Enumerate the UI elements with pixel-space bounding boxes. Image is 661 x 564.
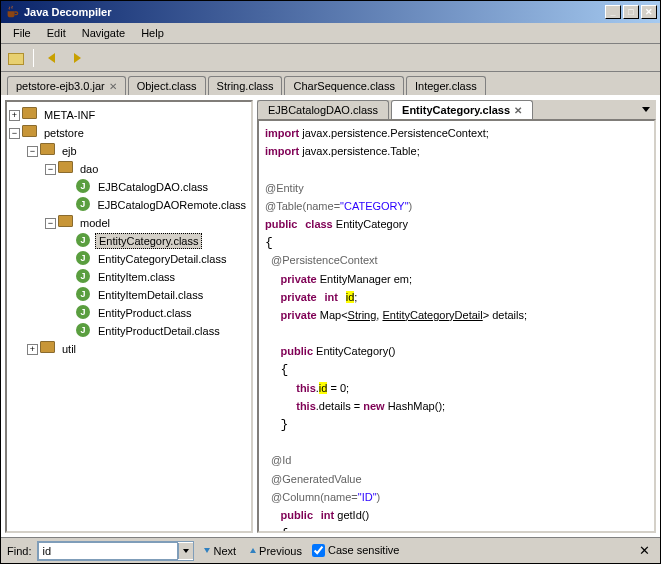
class-icon: J: [76, 287, 92, 303]
menu-help[interactable]: Help: [133, 25, 172, 41]
tree-item-dao[interactable]: −dao: [9, 160, 249, 178]
tree-label: EntityProductDetail.class: [95, 324, 223, 338]
class-icon: J: [76, 233, 92, 249]
code-tab-entitycategory[interactable]: EntityCategory.class✕: [391, 100, 533, 119]
class-icon: J: [76, 305, 92, 321]
findbar: Find: Next Previous Case sensitive ✕: [1, 537, 660, 563]
tree-label: EJBCatalogDAO.class: [95, 180, 211, 194]
tree-item-class[interactable]: JEJBCatalogDAORemote.class: [9, 196, 249, 214]
menu-file[interactable]: File: [5, 25, 39, 41]
class-icon: J: [76, 269, 92, 285]
tab-label: EntityCategory.class: [402, 104, 510, 116]
package-icon: [40, 143, 56, 159]
tree-item-class[interactable]: JEJBCatalogDAO.class: [9, 178, 249, 196]
main-content: +META-INF −petstore −ejb −dao JEJBCatalo…: [1, 95, 660, 537]
tree-label: EntityItemDetail.class: [95, 288, 206, 302]
find-input[interactable]: [38, 542, 178, 560]
tree-label: EntityCategoryDetail.class: [95, 252, 229, 266]
tree-item-class[interactable]: JEntityItemDetail.class: [9, 286, 249, 304]
tree-panel[interactable]: +META-INF −petstore −ejb −dao JEJBCatalo…: [5, 100, 253, 533]
maximize-button[interactable]: □: [623, 5, 639, 19]
arrow-up-icon: [250, 548, 256, 553]
source-code[interactable]: import javax.persistence.PersistenceCont…: [257, 119, 656, 533]
package-icon: [40, 341, 56, 357]
find-previous-label: Previous: [259, 545, 302, 557]
collapse-icon[interactable]: −: [9, 128, 20, 139]
tree-item-class[interactable]: JEntityItem.class: [9, 268, 249, 286]
tree-item-class[interactable]: JEntityProduct.class: [9, 304, 249, 322]
close-button[interactable]: ✕: [641, 5, 657, 19]
tree-item-class[interactable]: JEntityProductDetail.class: [9, 322, 249, 340]
menu-edit[interactable]: Edit: [39, 25, 74, 41]
expand-icon[interactable]: +: [9, 110, 20, 121]
toolbar-separator: [33, 49, 34, 67]
close-icon[interactable]: ✕: [109, 81, 117, 92]
folder-open-icon: [8, 51, 24, 65]
arrow-down-icon: [204, 548, 210, 553]
tree-label: dao: [77, 162, 101, 176]
tabs-dropdown-button[interactable]: [638, 101, 654, 117]
case-sensitive-toggle[interactable]: Case sensitive: [312, 544, 400, 558]
main-tab-integer[interactable]: Integer.class: [406, 76, 486, 95]
tree-label: util: [59, 342, 79, 356]
tree-label: ejb: [59, 144, 80, 158]
class-icon: J: [76, 323, 92, 339]
tab-label: Integer.class: [415, 80, 477, 92]
menu-navigate[interactable]: Navigate: [74, 25, 133, 41]
tree-item-metainf[interactable]: +META-INF: [9, 106, 249, 124]
tree-item-model[interactable]: −model: [9, 214, 249, 232]
class-icon: J: [76, 197, 92, 213]
nav-forward-button[interactable]: [66, 47, 88, 69]
menubar: File Edit Navigate Help: [1, 23, 660, 44]
class-icon: J: [76, 251, 92, 267]
find-next-label: Next: [213, 545, 236, 557]
nav-back-button[interactable]: [40, 47, 62, 69]
tree-item-entitycategory[interactable]: JEntityCategory.class: [9, 232, 249, 250]
chevron-down-icon: [183, 549, 189, 553]
tree-item-ejb[interactable]: −ejb: [9, 142, 249, 160]
tree-label: model: [77, 216, 113, 230]
class-icon: J: [76, 179, 92, 195]
arrow-left-icon: [48, 53, 55, 63]
window-title: Java Decompiler: [24, 6, 603, 18]
code-tabs: EJBCatalogDAO.class EntityCategory.class…: [257, 100, 656, 119]
case-sensitive-checkbox[interactable]: [312, 544, 325, 557]
find-previous-button[interactable]: Previous: [246, 543, 306, 559]
tree-label: EntityProduct.class: [95, 306, 195, 320]
open-file-button[interactable]: [5, 47, 27, 69]
main-tab-string[interactable]: String.class: [208, 76, 283, 95]
tree-label: META-INF: [41, 108, 98, 122]
expand-icon[interactable]: +: [27, 344, 38, 355]
app-icon: [4, 4, 20, 20]
main-tab-charsequence[interactable]: CharSequence.class: [284, 76, 404, 95]
package-icon: [22, 125, 38, 141]
collapse-icon[interactable]: −: [27, 146, 38, 157]
find-input-wrap: [37, 541, 194, 561]
code-panel: EJBCatalogDAO.class EntityCategory.class…: [257, 100, 656, 533]
find-label: Find:: [7, 545, 31, 557]
tree-item-util[interactable]: +util: [9, 340, 249, 358]
minimize-button[interactable]: _: [605, 5, 621, 19]
tab-label: petstore-ejb3.0.jar: [16, 80, 105, 92]
collapse-icon[interactable]: −: [45, 164, 56, 175]
main-tab-object[interactable]: Object.class: [128, 76, 206, 95]
tree-label: EJBCatalogDAORemote.class: [94, 198, 249, 212]
find-next-button[interactable]: Next: [200, 543, 240, 559]
find-history-dropdown[interactable]: [178, 543, 193, 559]
collapse-icon[interactable]: −: [45, 218, 56, 229]
chevron-down-icon: [642, 107, 650, 112]
toolbar: [1, 44, 660, 72]
tab-label: String.class: [217, 80, 274, 92]
arrow-right-icon: [74, 53, 81, 63]
main-tab-petstore[interactable]: petstore-ejb3.0.jar ✕: [7, 76, 126, 95]
tab-label: Object.class: [137, 80, 197, 92]
code-tab-ejbcatalogdao[interactable]: EJBCatalogDAO.class: [257, 100, 389, 119]
close-icon[interactable]: ✕: [514, 105, 522, 116]
tree-item-petstore[interactable]: −petstore: [9, 124, 249, 142]
tree-item-class[interactable]: JEntityCategoryDetail.class: [9, 250, 249, 268]
tab-label: CharSequence.class: [293, 80, 395, 92]
titlebar: Java Decompiler _ □ ✕: [1, 1, 660, 23]
findbar-close-button[interactable]: ✕: [635, 543, 654, 558]
package-icon: [58, 161, 74, 177]
package-icon: [22, 107, 38, 123]
